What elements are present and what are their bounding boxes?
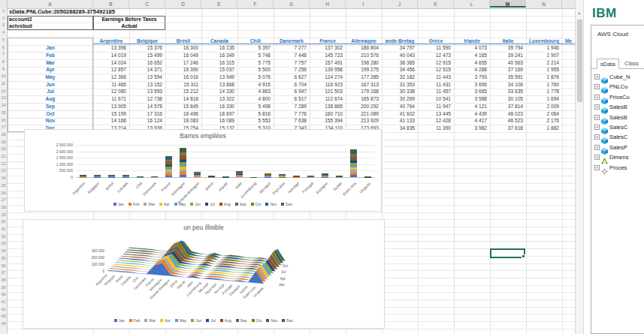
- table-cell[interactable]: 6 627: [274, 74, 310, 81]
- table-cell[interactable]: 37 618: [490, 125, 526, 132]
- bar-segment-Sep[interactable]: [350, 156, 357, 158]
- table-cell[interactable]: 5 775: [237, 59, 274, 67]
- row-header-1[interactable]: 1: [0, 8, 7, 13]
- table-cell[interactable]: 4 073: [454, 44, 490, 52]
- table-cell[interactable]: 199 275: [346, 66, 382, 74]
- bar-segment-Oct[interactable]: [236, 173, 243, 173]
- column-header-A[interactable]: A: [8, 0, 93, 8]
- expander-plus-icon[interactable]: +: [594, 165, 600, 170]
- table-cell[interactable]: 13 868: [201, 81, 237, 89]
- table-cell[interactable]: 1 959: [526, 66, 562, 74]
- table-cell[interactable]: 157 491: [310, 59, 346, 67]
- bar-segment-Nov[interactable]: [180, 150, 186, 153]
- table-cell[interactable]: 37 169: [490, 66, 526, 74]
- table-cell[interactable]: 13 593: [129, 88, 165, 95]
- table-cell[interactable]: 17 246: [165, 59, 201, 67]
- select-all-corner[interactable]: [0, 0, 8, 8]
- bar-segment-Feb[interactable]: [194, 176, 201, 177]
- table-cell[interactable]: 1 882: [526, 125, 562, 132]
- row-header-15[interactable]: 15: [0, 110, 7, 115]
- table-cell[interactable]: 40 764: [382, 103, 418, 110]
- bar-segment-Jan[interactable]: [236, 176, 243, 177]
- bar-segment-May[interactable]: [236, 175, 243, 176]
- table-cell[interactable]: 39 794: [490, 44, 526, 52]
- active-cell[interactable]: [490, 248, 525, 258]
- table-cell[interactable]: 1 907: [526, 52, 562, 59]
- table-cell[interactable]: 179 168: [346, 88, 382, 95]
- bar-segment-Feb[interactable]: [236, 176, 243, 177]
- table-cell[interactable]: 13 152: [129, 81, 165, 89]
- table-cell[interactable]: 13 594: [129, 74, 165, 81]
- row-header-2[interactable]: 2: [0, 16, 7, 20]
- bar-segment-Sep[interactable]: [236, 173, 243, 173]
- bar-segment-Apr[interactable]: [350, 167, 357, 170]
- table-cell[interactable]: 16 135: [201, 44, 237, 52]
- bar-segment-Nov[interactable]: [236, 172, 243, 173]
- column-header-N[interactable]: N: [526, 0, 562, 8]
- bar-segment-Jan[interactable]: [180, 175, 186, 177]
- table-cell[interactable]: 34 797: [382, 44, 418, 52]
- row-header-7[interactable]: 7: [0, 52, 7, 56]
- bar-segment-Aug[interactable]: [165, 164, 172, 165]
- row-header-24[interactable]: 24: [0, 176, 7, 180]
- tree-item-salesc[interactable]: +SalesC: [594, 132, 627, 142]
- table-cell[interactable]: 198 280: [346, 59, 382, 67]
- column-header-L[interactable]: L: [454, 0, 490, 8]
- table-cell[interactable]: 177 285: [346, 74, 382, 81]
- table-cell[interactable]: 4 655: [454, 59, 490, 67]
- bar-segment-Mar[interactable]: [194, 176, 201, 176]
- table-cell[interactable]: 221 089: [346, 110, 382, 118]
- table-cell[interactable]: 16 049: [165, 52, 201, 59]
- row-header-33[interactable]: 33: [0, 241, 7, 245]
- row-header-16[interactable]: 16: [0, 118, 7, 122]
- table-cell[interactable]: 4 915: [237, 81, 274, 89]
- table-cell[interactable]: 3 793: [454, 74, 490, 81]
- table-cell[interactable]: 37 814: [490, 103, 526, 110]
- table-cell[interactable]: 12 428: [418, 117, 454, 125]
- table-cell[interactable]: 15 845: [165, 103, 201, 110]
- cell-earnings-before-taxes[interactable]: Earnings Before Taxes: [93, 16, 165, 23]
- table-cell[interactable]: 14 166: [93, 117, 129, 125]
- table-cell[interactable]: 18 496: [165, 110, 201, 118]
- bar-segment-May[interactable]: [350, 165, 357, 167]
- table-cell[interactable]: 7 277: [274, 44, 310, 52]
- column-header-G[interactable]: G: [274, 0, 310, 8]
- bar-segment-May[interactable]: [165, 168, 172, 170]
- bar-segment-Nov[interactable]: [194, 172, 201, 173]
- table-cell[interactable]: 13 396: [93, 44, 129, 52]
- table-cell[interactable]: 35 591: [490, 74, 526, 81]
- table-cell[interactable]: 16 349: [201, 52, 237, 59]
- table-cell[interactable]: 3 982: [454, 125, 490, 132]
- table-cell[interactable]: 34 106: [490, 81, 526, 89]
- table-cell[interactable]: 12 473: [418, 52, 454, 59]
- table-cell[interactable]: 30 338: [382, 88, 418, 95]
- table-cell[interactable]: 15 376: [129, 44, 165, 52]
- table-cell[interactable]: 11 431: [418, 81, 454, 89]
- row-header-42[interactable]: 42: [0, 307, 7, 311]
- bar-segment-Mar[interactable]: [165, 171, 172, 173]
- table-cell[interactable]: 12 915: [418, 59, 454, 67]
- table-cell[interactable]: 4 121: [454, 103, 490, 110]
- table-cell[interactable]: 7 289: [274, 103, 310, 110]
- row-header-31[interactable]: 31: [0, 227, 7, 231]
- table-cell[interactable]: 16 330: [201, 103, 237, 110]
- cell-actvsbud[interactable]: actvsbud: [9, 23, 84, 30]
- table-cell[interactable]: 11 590: [418, 44, 454, 52]
- tree-item-pricecu[interactable]: +PriceCu: [594, 92, 630, 102]
- tree-item-salesb[interactable]: +SalesB: [594, 113, 627, 122]
- row-header-6[interactable]: 6: [0, 45, 7, 50]
- table-cell[interactable]: 5 500: [237, 66, 274, 74]
- table-cell[interactable]: 15 037: [201, 66, 237, 74]
- tree-item-cube_n[interactable]: +Cube_N: [594, 72, 630, 82]
- table-cell[interactable]: 186 804: [346, 44, 382, 52]
- table-cell[interactable]: 16 089: [201, 117, 237, 125]
- table-cell[interactable]: 14 578: [129, 103, 165, 110]
- table-cell[interactable]: 112 674: [310, 95, 346, 103]
- expander-plus-icon[interactable]: +: [594, 84, 600, 89]
- bar-segment-Jul[interactable]: [236, 174, 243, 175]
- table-cell[interactable]: 155 394: [310, 117, 346, 125]
- table-cell[interactable]: 14 019: [93, 52, 129, 59]
- bar-segment-Mar[interactable]: [350, 170, 357, 172]
- table-cell[interactable]: 16 124: [129, 117, 165, 125]
- table-cell[interactable]: 2 214: [526, 59, 562, 67]
